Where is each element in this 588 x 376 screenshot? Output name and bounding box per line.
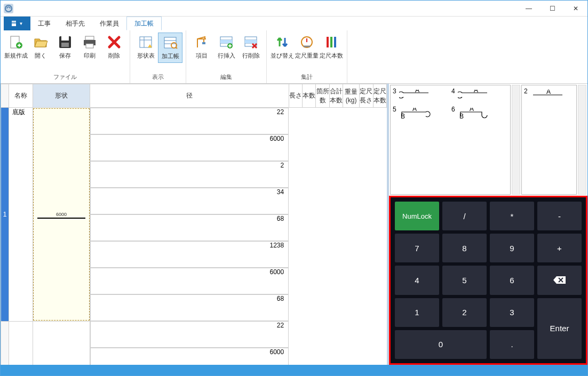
column-header[interactable] (1, 84, 9, 108)
column-header[interactable]: 箇所数 (316, 84, 329, 108)
maximize-button[interactable]: ☐ (541, 1, 564, 17)
cell[interactable]: 2 (90, 161, 289, 188)
shape-swatch-4[interactable]: 4A (451, 87, 505, 103)
ribbon-btn-形状表[interactable]: 形状表 (133, 33, 158, 63)
ribbon-btn-新規作成[interactable]: 新規作成 (4, 33, 28, 62)
svg-rect-23 (330, 37, 332, 47)
crane-icon (194, 35, 209, 50)
numpad-key-.[interactable]: . (490, 330, 534, 359)
svg-text:A: A (415, 90, 419, 94)
numpad-key-6[interactable]: 6 (490, 266, 534, 294)
shape-swatch-6[interactable]: 6BA (451, 106, 505, 122)
svg-text:B: B (459, 113, 464, 119)
svg-text:B: B (401, 113, 405, 119)
shapetable-icon (138, 35, 153, 50)
cell[interactable]: 2 (1, 321, 9, 365)
svg-rect-22 (327, 37, 329, 47)
svg-rect-3 (12, 23, 16, 23)
cell[interactable]: 6000 (33, 321, 90, 365)
column-header[interactable]: 径 (90, 84, 289, 108)
numpad-key-backspace[interactable] (537, 266, 582, 294)
shape-swatch-2[interactable]: 2A (524, 87, 574, 103)
shape-palette-left[interactable]: 3A4A5BA6BA (390, 85, 511, 195)
close-button[interactable]: ✕ (564, 1, 587, 17)
cell[interactable]: 34 (90, 188, 289, 214)
shape-figure: 6000 (37, 217, 85, 219)
minimize-button[interactable]: — (517, 1, 541, 17)
numpad-key-2[interactable]: 2 (442, 298, 487, 327)
column-header[interactable]: 合計本数 (329, 84, 343, 108)
scrollbar[interactable] (512, 85, 520, 195)
numpad-key-Enter[interactable]: Enter (537, 298, 582, 359)
ribbon-btn-保存[interactable]: 保存 (53, 33, 77, 62)
cell[interactable]: 6000 (33, 108, 90, 322)
bars-icon (324, 35, 339, 50)
numpad-key-*[interactable]: * (490, 202, 534, 230)
ribbon-btn-加工帳[interactable]: 加工帳 (158, 33, 182, 63)
numpad-key-/[interactable]: / (442, 202, 487, 230)
cell[interactable]: 6000 (90, 268, 289, 294)
cell[interactable]: 68 (90, 214, 289, 241)
ribbon-btn-削除[interactable]: 削除 (102, 33, 126, 62)
numpad-key-+[interactable]: + (537, 234, 582, 262)
ribbon-btn-行削除[interactable]: 行削除 (239, 33, 263, 62)
column-header[interactable]: 定尺長さ (360, 84, 373, 108)
cell[interactable]: 1 (1, 108, 9, 322)
cell[interactable]: 22 (90, 108, 289, 134)
app-window: — ☐ ✕ ▼ 工事相手先作業員加工帳 新規作成開く保存印刷削除ファイル形状表加… (0, 0, 588, 376)
cell[interactable]: 6000 (90, 134, 289, 161)
numpad-key-4[interactable]: 4 (395, 266, 439, 294)
table-row[interactable]: 1底版6000226000234681238600068 (1, 108, 387, 322)
column-header[interactable]: 形状 (33, 84, 90, 108)
cell[interactable]: 底版 (9, 108, 33, 322)
shape-palette-right[interactable]: 2A (521, 85, 577, 195)
column-header[interactable]: 本数 (303, 84, 316, 108)
ribbon-btn-label: 削除 (108, 52, 120, 60)
menu-tab-工事[interactable]: 工事 (30, 17, 58, 30)
numpad-key-8[interactable]: 8 (442, 234, 487, 262)
ribbon-btn-定尺重量[interactable]: 定尺重量 (295, 33, 319, 62)
table-row[interactable]: 2600022600023468123860002 (1, 321, 387, 365)
numpad-key--[interactable]: - (537, 202, 582, 230)
cell[interactable]: 22 (90, 321, 289, 348)
shape-swatch-3[interactable]: 3A (393, 87, 446, 103)
numpad-key-1[interactable]: 1 (395, 298, 439, 327)
numpad-key-NumLock[interactable]: NumLock (395, 202, 439, 230)
ribbon-btn-開く[interactable]: 開く (28, 33, 53, 62)
scrollbar[interactable] (578, 85, 586, 195)
ribbon-btn-行挿入[interactable]: 行挿入 (214, 33, 239, 62)
numpad-key-9[interactable]: 9 (490, 234, 534, 262)
ribbon-btn-定尺本数[interactable]: 定尺本数 (319, 33, 344, 62)
file-menu-button[interactable]: ▼ (4, 17, 30, 30)
numpad-key-7[interactable]: 7 (395, 234, 439, 262)
cell[interactable]: 6000 (90, 348, 289, 365)
main-area: 名称形状径長さ本数箇所数合計本数重量(kg)定尺長さ定尺本数 1底版600022… (1, 84, 587, 365)
column-header[interactable]: 長さ (289, 84, 302, 108)
backspace-icon (553, 275, 567, 285)
svg-rect-15 (202, 42, 205, 44)
svg-text:A: A (546, 90, 551, 95)
ribbon-btn-印刷[interactable]: 印刷 (77, 33, 102, 62)
ribbon-btn-label: 定尺重量 (295, 52, 319, 60)
ribbon-btn-label: 行削除 (242, 52, 260, 60)
numpad-key-0[interactable]: 0 (395, 330, 487, 359)
menu-tab-作業員[interactable]: 作業員 (92, 17, 126, 30)
scale-icon (299, 35, 314, 50)
cell[interactable]: 68 (90, 294, 289, 321)
column-header[interactable]: 重量(kg) (343, 84, 360, 108)
menu-tab-相手先[interactable]: 相手先 (58, 17, 92, 30)
menu-tab-加工帳[interactable]: 加工帳 (126, 17, 162, 30)
ribbon-btn-並び替え[interactable]: 並び替え (270, 33, 295, 62)
ribbon-btn-項目[interactable]: 項目 (189, 33, 214, 62)
cell[interactable] (9, 321, 33, 365)
shape-swatch-5[interactable]: 5BA (393, 106, 446, 122)
ribbon-group-編集: 項目行挿入行削除編集 (186, 30, 267, 83)
svg-text:A: A (412, 108, 417, 113)
column-header[interactable]: 名称 (9, 84, 33, 108)
ribbon-group-label: 表示 (152, 73, 164, 82)
numpad-key-3[interactable]: 3 (490, 298, 534, 327)
data-grid[interactable]: 名称形状径長さ本数箇所数合計本数重量(kg)定尺長さ定尺本数 1底版600022… (1, 84, 387, 365)
column-header[interactable]: 定尺本数 (373, 84, 386, 108)
cell[interactable]: 1238 (90, 241, 289, 268)
numpad-key-5[interactable]: 5 (442, 266, 487, 294)
